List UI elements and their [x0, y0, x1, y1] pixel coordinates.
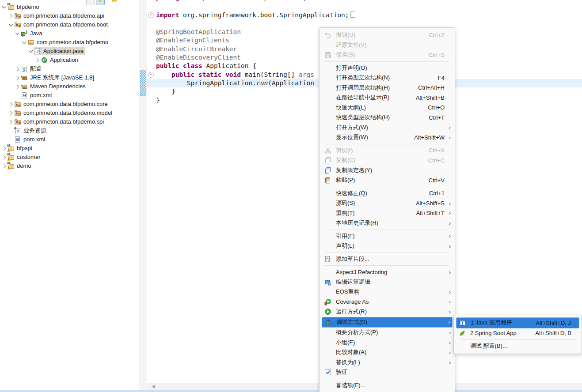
tree-entry[interactable]: ?业务资源	[14, 127, 48, 135]
tree-entry[interactable]: CApplication	[40, 56, 80, 64]
menu-item-team[interactable]: 小组(E)›	[322, 338, 453, 348]
menu-item-debug-java-application[interactable]: J1 Java 应用程序Alt+Shift+D, J	[456, 317, 579, 328]
menu-item-label: 还原文件(V)	[336, 41, 445, 49]
code-segment: SpringApplication.	[156, 79, 256, 87]
tree-entry[interactable]: JJava	[20, 30, 43, 38]
chevron-right-icon[interactable]	[8, 102, 14, 107]
tree-entry[interactable]: com.primeton.data.bfpdemo.spi	[14, 118, 105, 126]
menu-item-edit-logic[interactable]: J编辑运算逻辑	[322, 277, 453, 287]
menu-item-compare-with[interactable]: 比较对象(A)›	[322, 347, 453, 358]
tree-item-package-bfpdemo[interactable]: com.primeton.data.bfpdemo	[21, 38, 110, 47]
menu-item-preferences[interactable]: 首选项(F)...	[322, 381, 453, 391]
tree-item-boot-pom[interactable]: Mpom.xml	[15, 91, 53, 100]
menu-item-show-in[interactable]: 显示位置(W)Alt+Shift+W›	[322, 132, 453, 143]
menu-item-paste[interactable]: 粘贴(P)Ctrl+V	[322, 175, 453, 185]
tree-item-demo-project[interactable]: Mdemo	[1, 162, 33, 170]
tree-scrollbar-thumb[interactable]	[140, 70, 146, 96]
collapse-all-icon[interactable]	[111, 0, 119, 4]
menu-item-replace-with[interactable]: 替换为(L)›	[322, 358, 453, 368]
tree-item-bfpdemo[interactable]: Mbfpdemo	[1, 3, 41, 11]
link-with-editor-icon[interactable]	[96, 0, 105, 5]
menu-item-local-history[interactable]: 本地历史记录(H)›	[322, 218, 453, 228]
menu-item-eos-refactor[interactable]: EOS重构›	[322, 287, 453, 297]
chevron-right-icon[interactable]	[15, 75, 20, 81]
fold-expand-icon[interactable]: +	[148, 12, 154, 18]
menu-item-source[interactable]: 源码(S)Alt+Shift+S›	[322, 198, 453, 208]
chevron-right-icon[interactable]	[1, 155, 7, 160]
tree-entry[interactable]: Mcustomer	[7, 153, 42, 161]
chevron-right-icon[interactable]	[15, 66, 20, 72]
tree-item-java-src[interactable]: JJava	[15, 29, 43, 38]
menu-item-validate[interactable]: 验证	[322, 367, 453, 377]
tree-entry[interactable]: com.primeton.data.bfpdemo.core	[14, 100, 109, 108]
tree-entry[interactable]: com.primeton.data.bfpdemo.model	[14, 109, 114, 117]
chevron-right-icon[interactable]	[15, 84, 20, 90]
tree-scrollbar[interactable]	[139, 0, 147, 390]
tree-item-jre-library[interactable]: JRE 系统库 [JavaSE-1.8]	[15, 73, 95, 82]
tree-entry[interactable]: Mbfpdemo	[7, 3, 41, 11]
chevron-right-icon[interactable]	[1, 163, 7, 169]
menu-item-open-type-hierarchy[interactable]: 打开类型层次结构(N)F4	[322, 73, 453, 83]
copy-icon	[324, 157, 331, 164]
scroll-left-arrow-icon[interactable]	[152, 385, 155, 388]
tree-entry[interactable]: Mbfpspi	[7, 144, 34, 152]
tree-entry[interactable]: ?配置	[20, 65, 43, 73]
menu-item-add-to-snippets[interactable]: 添加至片段...	[322, 254, 453, 264]
tree-item-core-module[interactable]: com.primeton.data.bfpdemo.core	[8, 100, 109, 109]
chevron-down-icon[interactable]	[15, 31, 20, 37]
tree-entry[interactable]: Mpom.xml	[20, 91, 53, 99]
tree-entry[interactable]: JRE 系统库 [JavaSE-1.8]	[20, 74, 95, 82]
menu-item-declarations[interactable]: 声明(L)›	[322, 241, 453, 251]
chevron-right-icon[interactable]	[8, 119, 14, 125]
menu-separator	[325, 187, 449, 187]
chevron-down-icon[interactable]	[8, 22, 14, 28]
fold-collapse-icon[interactable]: −	[148, 72, 154, 78]
menu-item-open-declaration[interactable]: 打开声明(O)	[322, 63, 453, 73]
chevron-right-icon[interactable]	[8, 13, 14, 19]
menu-item-profile-as[interactable]: 概要分析方式(P)›	[322, 328, 453, 338]
menu-item-open-with[interactable]: 打开方式(W)›	[322, 123, 453, 133]
chevron-right-icon[interactable]	[34, 57, 40, 63]
view-menu-icon[interactable]	[86, 0, 95, 5]
folding-ruler[interactable]: +−	[147, 0, 155, 383]
tree-item-application-class[interactable]: CApplication	[34, 56, 80, 64]
menu-item-quick-outline[interactable]: 快速大纲(L)Ctrl+O	[322, 103, 453, 113]
tree-item-bfpspi-project[interactable]: Mbfpspi	[1, 144, 34, 153]
tree-item-root-pom[interactable]: Mpom.xml	[8, 135, 46, 144]
tree-item-config[interactable]: ?配置	[15, 64, 43, 73]
tree-item-spi-module[interactable]: com.primeton.data.bfpdemo.spi	[8, 117, 105, 126]
tree-entry[interactable]: Mpom.xml	[14, 136, 46, 143]
chevron-down-icon[interactable]	[1, 4, 7, 10]
chevron-right-icon[interactable]	[8, 110, 14, 116]
tree-item-maven-dependencies[interactable]: Maven Dependencies	[15, 82, 87, 91]
menu-item-refactor[interactable]: 重构(T)Alt+Shift+T›	[322, 208, 453, 219]
tree-selection[interactable]: JApplication.java	[34, 47, 85, 55]
menu-item-references[interactable]: 引用(F)›	[322, 231, 453, 241]
chevron-down-icon[interactable]	[28, 49, 34, 54]
menu-item-open-call-hierarchy[interactable]: 打开调用层次结构(H)Ctrl+Alt+H	[322, 83, 453, 93]
chevron-down-icon[interactable]	[21, 40, 27, 45]
menu-item-run-as[interactable]: 运行方式(R)›	[322, 307, 453, 317]
menu-item-debug-configurations[interactable]: 调试 配置(B)...	[456, 341, 579, 351]
menu-item-aspectj-refactoring[interactable]: AspectJ Refactoring›	[322, 267, 453, 277]
tree-item-boot-module[interactable]: com.primeton.data.bfpdemo.boot	[8, 20, 109, 29]
menu-item-coverage-as[interactable]: Coverage As›	[322, 297, 453, 307]
tree-item-business-resources[interactable]: ?业务资源	[8, 126, 48, 135]
package-explorer[interactable]: Mbfpdemocom.primeton.data.bfpdemo.apicom…	[0, 0, 138, 390]
tree-item-application-java[interactable]: JApplication.java	[28, 47, 85, 56]
tree-entry[interactable]: com.primeton.data.bfpdemo.api	[14, 12, 106, 20]
tree-item-api-module[interactable]: com.primeton.data.bfpdemo.api	[8, 11, 106, 20]
tree-item-customer-project[interactable]: Mcustomer	[1, 153, 42, 162]
menu-item-debug-as[interactable]: 调试方式(D)›	[322, 317, 453, 328]
menu-item-quick-type-hierarchy[interactable]: 快速类型层次结构(H)Ctrl+T	[322, 113, 453, 123]
tree-entry[interactable]: com.primeton.data.bfpdemo	[27, 38, 110, 46]
chevron-right-icon[interactable]	[1, 146, 7, 151]
menu-item-copy-qualified-name[interactable]: 复制限定名(Y)	[322, 166, 453, 176]
menu-item-quick-fix[interactable]: 快速修正(Q)Ctrl+1	[322, 188, 453, 199]
menu-item-debug-spring-boot-app[interactable]: 2 Spring Boot AppAlt+Shift+D, B	[456, 328, 579, 339]
menu-item-show-in-breadcrumb[interactable]: 在路径导航中显示(B)Alt+Shift+B	[322, 93, 453, 103]
tree-item-model-module[interactable]: com.primeton.data.bfpdemo.model	[8, 109, 114, 117]
tree-entry[interactable]: Maven Dependencies	[20, 83, 87, 90]
tree-entry[interactable]: Mdemo	[7, 162, 33, 170]
tree-entry[interactable]: com.primeton.data.bfpdemo.boot	[14, 21, 109, 29]
